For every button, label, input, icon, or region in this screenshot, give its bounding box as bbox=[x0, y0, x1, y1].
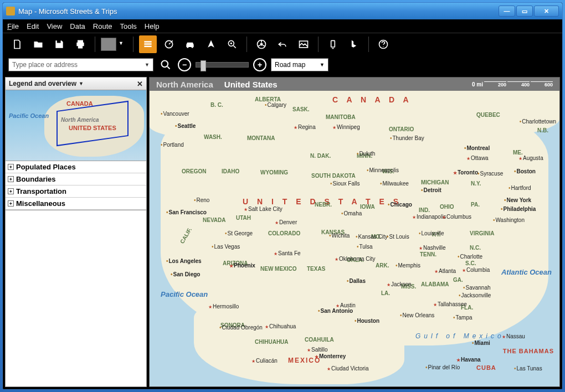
breadcrumb-bar: North America United States 0 mi 200 400… bbox=[150, 78, 559, 91]
svg-point-5 bbox=[260, 43, 262, 45]
new-button[interactable] bbox=[8, 35, 26, 53]
svg-point-2 bbox=[192, 46, 193, 48]
menu-edit[interactable]: Edit bbox=[27, 22, 39, 30]
separator bbox=[318, 37, 319, 52]
window-title: Map - Microsoft Streets & Trips bbox=[18, 7, 499, 16]
find-button[interactable] bbox=[223, 35, 241, 53]
map-view[interactable]: Pacific Ocean Atlantic Ocean Gulf of Mex… bbox=[150, 91, 559, 386]
gps-button[interactable] bbox=[324, 35, 342, 53]
main-toolbar bbox=[3, 33, 562, 55]
zoom-in-button[interactable]: + bbox=[253, 58, 266, 71]
maximize-button[interactable]: ▭ bbox=[516, 6, 533, 17]
overview-pacific-label: Pacific Ocean bbox=[9, 112, 49, 119]
breadcrumb-country[interactable]: United States bbox=[224, 80, 278, 89]
breadcrumb-continent[interactable]: North America bbox=[156, 80, 213, 89]
list-view-button[interactable] bbox=[139, 35, 157, 53]
separator bbox=[133, 37, 133, 52]
titlebar[interactable]: Map - Microsoft Streets & Trips — ▭ ✕ bbox=[3, 3, 562, 19]
legend-transportation[interactable]: +Transportation bbox=[6, 185, 146, 198]
separator bbox=[95, 37, 95, 52]
legend-boundaries[interactable]: +Boundaries bbox=[6, 173, 146, 185]
search-button[interactable] bbox=[158, 57, 173, 73]
scale-bar: 0 mi 200 400 600 bbox=[472, 81, 553, 87]
app-window: Map - Microsoft Streets & Trips — ▭ ✕ Fi… bbox=[2, 2, 563, 390]
zoom-out-button[interactable]: − bbox=[178, 58, 191, 71]
atlantic-label: Atlantic Ocean bbox=[501, 268, 552, 276]
separator bbox=[368, 37, 369, 52]
image-button[interactable] bbox=[295, 35, 312, 53]
pacific-label: Pacific Ocean bbox=[161, 290, 208, 298]
map-type-select[interactable]: Road map bbox=[271, 58, 328, 71]
menu-tools[interactable]: Tools bbox=[120, 22, 137, 30]
app-icon bbox=[6, 7, 15, 16]
print-button[interactable] bbox=[71, 35, 89, 53]
map-panel: North America United States 0 mi 200 400… bbox=[149, 77, 560, 387]
legend-populated-places[interactable]: +Populated Places bbox=[6, 161, 146, 173]
menu-route[interactable]: Route bbox=[93, 22, 112, 30]
svg-point-1 bbox=[187, 46, 188, 48]
separator bbox=[246, 37, 247, 52]
gulf-label: Gulf of Mexico bbox=[415, 332, 505, 340]
bahamas-label: THE BAHAMAS bbox=[503, 348, 554, 354]
minimize-button[interactable]: — bbox=[499, 6, 515, 17]
sidebar: Legend and overview▼ ✕ Pacific Ocean CAN… bbox=[5, 77, 147, 387]
menu-view[interactable]: View bbox=[47, 22, 62, 30]
svg-point-9 bbox=[162, 61, 168, 68]
save-button[interactable] bbox=[50, 35, 68, 53]
open-button[interactable] bbox=[29, 35, 47, 53]
legend-miscellaneous[interactable]: +Miscellaneous bbox=[6, 198, 146, 210]
menu-help[interactable]: Help bbox=[145, 22, 160, 30]
cuba-label: CUBA bbox=[476, 364, 496, 371]
color-picker[interactable] bbox=[101, 38, 116, 51]
undo-button[interactable] bbox=[274, 35, 291, 53]
overview-map[interactable]: Pacific Ocean CANADA North America UNITE… bbox=[5, 90, 147, 161]
canada-label: C A N A D A bbox=[332, 95, 412, 104]
sidebar-spacer bbox=[5, 210, 147, 387]
steering-button[interactable] bbox=[253, 35, 270, 53]
panel-close-icon[interactable]: ✕ bbox=[137, 80, 143, 88]
menu-data[interactable]: Data bbox=[70, 22, 85, 30]
legend-list: +Populated Places +Boundaries +Transport… bbox=[5, 161, 147, 210]
menu-file[interactable]: File bbox=[7, 22, 19, 30]
car-button[interactable] bbox=[181, 35, 199, 53]
close-button[interactable]: ✕ bbox=[534, 6, 559, 17]
bing-button[interactable] bbox=[345, 35, 363, 53]
help-button[interactable] bbox=[374, 35, 392, 53]
svg-rect-7 bbox=[331, 40, 335, 47]
zoom-slider[interactable] bbox=[196, 62, 249, 68]
route-button[interactable] bbox=[160, 35, 178, 53]
search-toolbar: Type place or address − + Road map bbox=[3, 55, 562, 75]
legend-panel-header[interactable]: Legend and overview▼ ✕ bbox=[5, 77, 147, 90]
search-input[interactable]: Type place or address bbox=[8, 58, 153, 71]
content-area: Legend and overview▼ ✕ Pacific Ocean CAN… bbox=[3, 75, 562, 389]
menubar: File Edit View Data Route Tools Help bbox=[3, 19, 562, 33]
navigate-button[interactable] bbox=[202, 35, 220, 53]
